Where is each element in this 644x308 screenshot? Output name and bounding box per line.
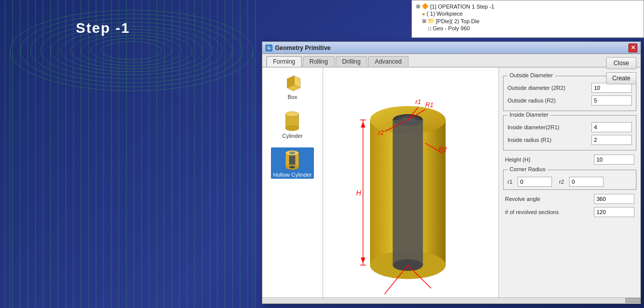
svg-text:r2: r2 [378,129,384,136]
dialog-icon: G [265,44,272,52]
dialog-scrollbar[interactable] [262,297,640,303]
dialog-close-x-button[interactable]: ✕ [628,43,637,53]
svg-point-42 [91,38,172,63]
od-r2-label: Outside radius (R2) [508,97,591,104]
tree-workpiece-label: ( 1) Workpiece [427,11,463,17]
dialog-titlebar: G Geometry Primitive ✕ [262,42,640,54]
tab-drilling[interactable]: Drilling [336,56,367,67]
revolve-angle-input[interactable] [594,194,634,204]
action-buttons-container: Close Create [606,57,636,84]
tree-panel: ⊞ 🔶 [1] OPERATION 1 Step -1 ● ( 1) Workp… [411,0,644,38]
dialog-title-area: G Geometry Primitive [265,44,331,52]
svg-point-35 [20,14,243,87]
props-panel: Outside Diameter Outside diameter (2R2) … [499,68,640,300]
revolved-sections-row: # of revolved sections [503,207,636,217]
box-label: Box [288,94,297,100]
shape-panel: Box Cylinder [262,68,323,300]
preview-svg: r1 R1 r2 R2 H [323,68,498,300]
tree-circle-icon: ● [422,11,425,17]
geometry-primitive-dialog: G Geometry Primitive ✕ Forming Rolling D… [262,41,641,304]
od-r2-input[interactable] [591,95,632,106]
shape-item-hollow-cylinder[interactable]: Hollow Cylinder [271,147,313,179]
svg-marker-77 [361,258,365,264]
tree-geo-label: Geo - Poly 960 [433,25,470,31]
height-input[interactable] [594,155,634,165]
tree-item-operation[interactable]: ⊞ 🔶 [1] OPERATION 1 Step -1 [414,3,641,10]
tree-topdie-label: [PDie]( 2) Top Die [436,18,480,24]
od-2r2-row: Outside diameter (2R2) [508,83,632,93]
step-label: Step -1 [76,20,130,36]
cylinder-label: Cylinder [282,133,302,139]
tree-item-topdie[interactable]: ⊞ 📁 [PDie]( 2) Top Die [420,17,641,25]
tab-bar: Forming Rolling Drilling Advanced [262,54,640,68]
revolve-angle-label: Revolve angle [505,196,594,202]
wireframe-background [0,0,263,308]
tree-expand-icon: ⊞ [416,4,420,9]
tree-item-label: [1] OPERATION 1 Step -1 [430,4,494,10]
cylinder-icon [284,110,301,132]
svg-point-38 [51,26,212,75]
tree-item-geo[interactable]: □ Geo - Poly 960 [426,25,641,32]
inside-diameter-legend: Inside Diameter [508,112,550,118]
outside-diameter-legend: Outside Diameter [508,72,555,78]
svg-point-43 [101,41,162,60]
tab-rolling[interactable]: Rolling [303,56,335,67]
svg-point-55 [289,166,295,169]
tree-item-workpiece[interactable]: ● ( 1) Workpiece [420,10,641,17]
svg-rect-63 [393,120,423,266]
corner-radius-group: Corner Radius r1 r2 [503,170,636,190]
svg-point-51 [286,112,299,117]
tree-geo-icon: □ [428,26,431,31]
inside-diameter-group: Inside Diameter Inside diameter(2R1) Ins… [503,115,636,150]
revolved-sections-label: # of revolved sections [505,209,594,215]
svg-text:R2: R2 [439,146,447,153]
revolve-angle-row: Revolve angle [503,194,636,204]
height-row: Height (H) [503,155,636,165]
tree-folder-icon: 📁 [428,18,435,24]
svg-point-40 [71,32,192,69]
r2-corner-input[interactable] [569,177,604,187]
tree-op-icon: 🔶 [422,3,429,10]
dialog-title-text: Geometry Primitive [275,44,331,52]
r1-corner-input[interactable] [518,177,552,187]
dialog-scrollbar-thumb[interactable] [625,298,640,303]
create-button[interactable]: Create [606,72,636,84]
corner-radius-legend: Corner Radius [508,166,547,172]
hollow-cylinder-icon [284,148,301,171]
box-icon [283,74,302,93]
corner-radius-row: r1 r2 [508,177,632,187]
id-2r1-input[interactable] [591,122,632,132]
id-r1-label: Inside radius (R1) [508,137,591,143]
shape-item-cylinder[interactable]: Cylinder [280,109,304,140]
svg-point-50 [286,126,299,131]
tree-expand-icon2: ⊞ [422,18,426,24]
od-2r2-label: Outside diameter (2R2) [508,85,591,91]
svg-text:R1: R1 [425,101,433,109]
id-r1-row: Inside radius (R1) [508,135,632,145]
r1-corner-label: r1 [508,179,515,185]
preview-area: r1 R1 r2 R2 H [323,68,499,300]
revolved-sections-input[interactable] [594,207,634,217]
dialog-body: Box Cylinder [262,68,640,300]
tab-advanced[interactable]: Advanced [368,56,408,67]
od-2r2-input[interactable] [591,83,632,93]
hollow-cylinder-label: Hollow Cylinder [273,172,311,178]
id-2r1-row: Inside diameter(2R1) [508,122,632,132]
height-label: Height (H) [505,157,594,163]
svg-marker-76 [361,122,365,128]
svg-point-37 [40,22,222,79]
shape-item-box[interactable]: Box [281,73,304,101]
r2-corner-label: r2 [559,179,566,185]
od-r2-row: Outside radius (R2) [508,95,632,106]
close-button[interactable]: Close [606,57,636,69]
svg-text:r1: r1 [416,98,421,106]
id-2r1-label: Inside diameter(2R1) [508,124,591,130]
svg-text:H: H [356,189,361,197]
id-r1-input[interactable] [591,135,632,145]
tab-forming[interactable]: Forming [266,56,302,67]
svg-point-57 [289,152,295,155]
